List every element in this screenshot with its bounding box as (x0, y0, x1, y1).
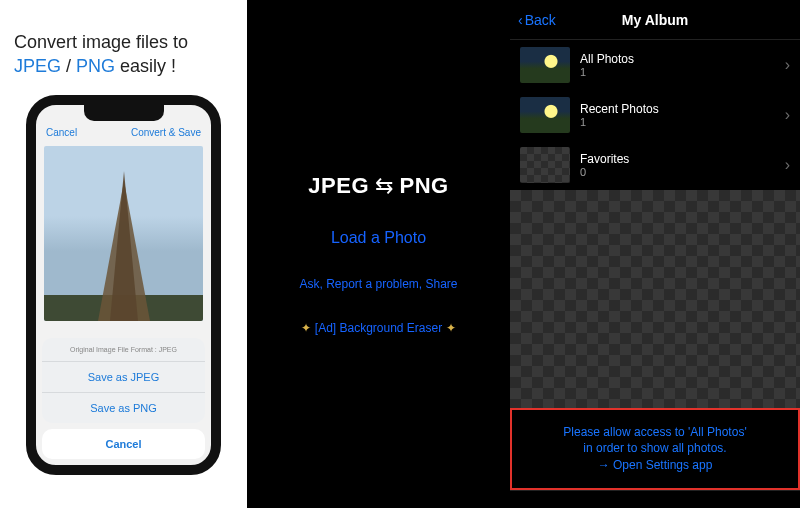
chevron-right-icon: › (785, 156, 790, 174)
album-count: 0 (580, 166, 775, 178)
navbar: ‹ Back My Album (510, 0, 800, 40)
prompt-line: Please allow access to 'All Photos' (520, 424, 790, 441)
album-thumbnail (520, 147, 570, 183)
phone-convert-button[interactable]: Convert & Save (131, 127, 201, 138)
promo-panel: Convert image files to JPEG / PNG easily… (0, 0, 247, 508)
album-count: 1 (580, 66, 775, 78)
page-title: My Album (510, 12, 800, 28)
album-name: Favorites (580, 152, 775, 166)
album-row[interactable]: Recent Photos1› (510, 90, 800, 140)
permission-prompt[interactable]: Please allow access to 'All Photos' in o… (510, 408, 800, 490)
phone-preview-image (44, 146, 203, 321)
sheet-header: Original Image File Format : JPEG (42, 338, 205, 361)
album-panel: ‹ Back My Album All Photos1›Recent Photo… (510, 0, 800, 508)
album-count: 1 (580, 116, 775, 128)
ask-report-share-link[interactable]: Ask, Report a problem, Share (299, 277, 457, 291)
app-home-panel: JPEG⇆PNG Load a Photo Ask, Report a prob… (247, 0, 510, 508)
phone-mockup: Cancel Convert & Save Original Image Fil… (26, 95, 221, 475)
ad-background-eraser-link[interactable]: ✦[Ad] Background Eraser✦ (297, 321, 460, 335)
swap-icon: ⇆ (375, 173, 394, 198)
load-photo-button[interactable]: Load a Photo (331, 229, 426, 247)
sparkle-icon: ✦ (446, 321, 456, 335)
chevron-right-icon: › (785, 56, 790, 74)
app-title: JPEG⇆PNG (308, 173, 448, 199)
album-name: Recent Photos (580, 102, 775, 116)
sparkle-icon: ✦ (301, 321, 311, 335)
phone-notch (84, 105, 164, 121)
album-text: Recent Photos1 (580, 102, 775, 128)
prompt-open-settings-link[interactable]: → Open Settings app (520, 457, 790, 474)
album-row[interactable]: All Photos1› (510, 40, 800, 90)
album-text: All Photos1 (580, 52, 775, 78)
empty-grid (510, 190, 800, 408)
save-as-jpeg-button[interactable]: Save as JPEG (42, 361, 205, 392)
album-name: All Photos (580, 52, 775, 66)
bottom-bar (510, 490, 800, 508)
save-as-png-button[interactable]: Save as PNG (42, 392, 205, 423)
phone-cancel-button[interactable]: Cancel (46, 127, 77, 138)
album-text: Favorites0 (580, 152, 775, 178)
sheet-cancel-button[interactable]: Cancel (42, 429, 205, 459)
action-sheet: Original Image File Format : JPEG Save a… (42, 338, 205, 459)
album-thumbnail (520, 97, 570, 133)
promo-headline: Convert image files to JPEG / PNG easily… (0, 0, 247, 89)
prompt-line: in order to show all photos. (520, 440, 790, 457)
album-thumbnail (520, 47, 570, 83)
album-list: All Photos1›Recent Photos1›Favorites0› (510, 40, 800, 190)
chevron-right-icon: › (785, 106, 790, 124)
album-row[interactable]: Favorites0› (510, 140, 800, 190)
